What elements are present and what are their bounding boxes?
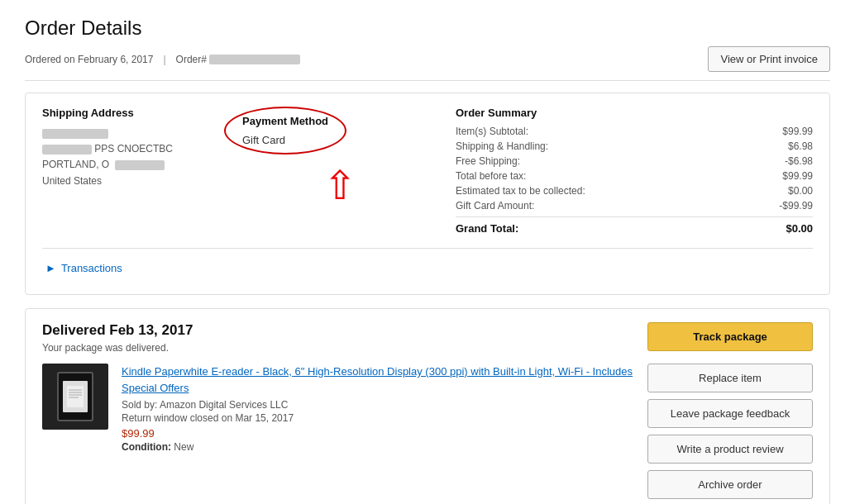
kindle-screen	[63, 381, 88, 412]
product-row: Kindle Paperwhite E-reader - Black, 6" H…	[42, 364, 813, 499]
order-number-redacted	[209, 55, 300, 64]
transactions-link[interactable]: ► Transactions	[42, 255, 813, 281]
address-line1: PPS CNOECTBC	[94, 143, 173, 155]
product-price: $99.99	[122, 427, 634, 440]
payment-method-section: Payment Method Gift Card ⇧	[224, 107, 456, 238]
archive-button[interactable]: Archive order	[647, 470, 813, 499]
shipping-address-section: Shipping Address PPS CNOECTBC PORTLAND, …	[42, 107, 224, 238]
payment-method-value: Gift Card	[242, 134, 328, 146]
order-info-card: Shipping Address PPS CNOECTBC PORTLAND, …	[25, 93, 830, 295]
page-title: Order Details	[25, 17, 830, 40]
condition-label: Condition:	[122, 441, 171, 453]
meta-separator: |	[163, 54, 165, 65]
address-country: United States	[42, 174, 224, 189]
delivery-title: Delivered Feb 13, 2017	[42, 322, 193, 339]
replace-item-button[interactable]: Replace item	[647, 364, 813, 392]
summary-row-subtotal: Item(s) Subtotal: $99.99	[456, 126, 813, 137]
address-lines: PPS CNOECTBC PORTLAND, O United States	[42, 126, 224, 189]
delivery-subtitle: Your package was delivered.	[42, 342, 193, 354]
product-return-window: Return window closed on Mar 15, 2017	[122, 412, 634, 424]
product-seller: Sold by: Amazon Digital Services LLC	[122, 399, 634, 411]
action-buttons-panel: Replace item Leave package feedback Writ…	[647, 364, 813, 499]
payment-header: Payment Method	[242, 115, 328, 127]
summary-row-grand-total: Grand Total: $0.00	[456, 216, 813, 235]
product-image	[42, 364, 108, 430]
address-line2-start: PORTLAND, O	[42, 159, 109, 170]
order-number: Order#	[176, 54, 301, 65]
order-meta: Ordered on February 6, 2017 | Order# Vie…	[25, 46, 830, 81]
annotation-arrow: ⇧	[224, 166, 456, 206]
summary-row-gift-card: Gift Card Amount: -$99.99	[456, 200, 813, 212]
order-summary-header: Order Summary	[456, 107, 813, 119]
delivery-header: Delivered Feb 13, 2017 Your package was …	[42, 322, 813, 354]
track-package-button[interactable]: Track package	[647, 322, 813, 351]
order-summary-section: Order Summary Item(s) Subtotal: $99.99 S…	[456, 107, 813, 238]
summary-row-free-shipping: Free Shipping: -$6.98	[456, 155, 813, 167]
address-redacted-2	[42, 145, 92, 155]
kindle-thumbnail	[57, 372, 93, 421]
address-redacted-3	[115, 160, 165, 170]
summary-row-shipping: Shipping & Handling: $6.98	[456, 140, 813, 152]
order-date: Ordered on February 6, 2017	[25, 54, 153, 65]
product-name-link[interactable]: Kindle Paperwhite E-reader - Black, 6" H…	[122, 365, 633, 394]
summary-row-before-tax: Total before tax: $99.99	[456, 170, 813, 182]
condition-value: New	[174, 441, 193, 453]
write-review-button[interactable]: Write a product review	[647, 435, 813, 464]
product-details: Kindle Paperwhite E-reader - Black, 6" H…	[122, 364, 634, 453]
transactions-chevron: ►	[45, 262, 56, 274]
transactions-label: Transactions	[61, 262, 122, 274]
summary-row-tax: Estimated tax to be collected: $0.00	[456, 185, 813, 197]
svg-rect-0	[67, 386, 84, 407]
address-redacted-1	[42, 129, 108, 139]
summary-rows: Item(s) Subtotal: $99.99 Shipping & Hand…	[456, 126, 813, 235]
view-invoice-button[interactable]: View or Print invoice	[708, 46, 830, 72]
shipping-header: Shipping Address	[42, 107, 224, 119]
product-condition: Condition: New	[122, 441, 634, 453]
leave-feedback-button[interactable]: Leave package feedback	[647, 399, 813, 428]
delivery-card: Delivered Feb 13, 2017 Your package was …	[25, 308, 830, 504]
